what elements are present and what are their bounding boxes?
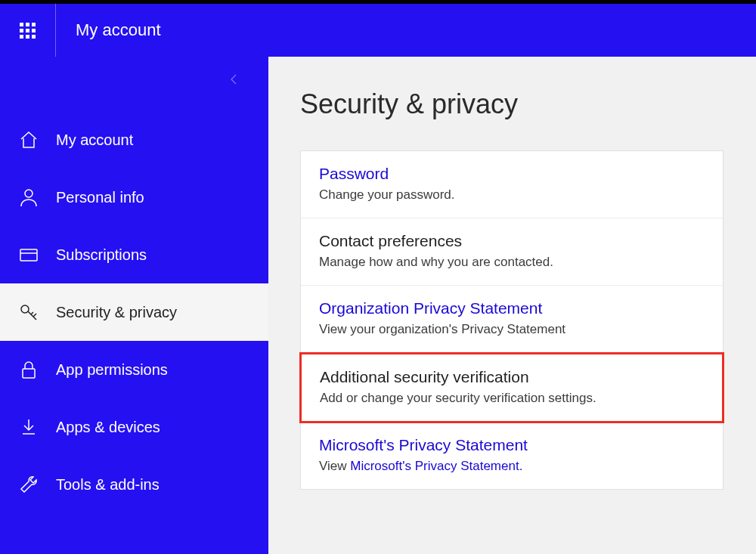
download-icon <box>18 416 56 438</box>
person-icon <box>18 187 56 208</box>
settings-item-title[interactable]: Organization Privacy Statement <box>319 299 705 317</box>
sidebar-item-label: Tools & add-ins <box>56 476 160 494</box>
sidebar-item-tools-addins[interactable]: Tools & add-ins <box>0 456 268 513</box>
settings-item-title: Contact preferences <box>319 232 705 250</box>
sidebar-item-label: App permissions <box>56 361 168 379</box>
chevron-left-icon <box>229 73 238 85</box>
settings-item-ms-privacy[interactable]: Microsoft's Privacy Statement View Micro… <box>301 422 723 489</box>
settings-item-desc: Add or change your security verification… <box>320 391 704 406</box>
sidebar-item-personal-info[interactable]: Personal info <box>0 169 268 226</box>
sidebar-item-label: Subscriptions <box>56 246 147 264</box>
settings-item-additional-security[interactable]: Additional security verification Add or … <box>299 352 724 423</box>
header-title: My account <box>76 20 161 40</box>
sidebar-item-apps-devices[interactable]: Apps & devices <box>0 398 268 456</box>
settings-list: Password Change your password. Contact p… <box>300 150 723 490</box>
sidebar-item-my-account[interactable]: My account <box>0 111 268 169</box>
collapse-sidebar-button[interactable] <box>229 73 238 88</box>
settings-item-desc: Change your password. <box>319 187 705 203</box>
settings-item-title[interactable]: Microsoft's Privacy Statement <box>319 436 705 454</box>
sidebar: My account Personal info Subscriptions <box>0 57 268 554</box>
home-icon <box>18 129 56 150</box>
app-header: My account <box>0 4 756 57</box>
sidebar-item-label: Apps & devices <box>56 419 160 436</box>
app-launcher-button[interactable] <box>0 4 56 57</box>
settings-item-title: Additional security verification <box>320 368 704 386</box>
sidebar-item-label: Personal info <box>56 189 144 206</box>
lock-icon <box>18 359 56 380</box>
settings-item-desc-link[interactable]: Microsoft's Privacy Statement. <box>350 459 522 473</box>
settings-item-contact-preferences[interactable]: Contact preferences Manage how and why y… <box>301 218 723 286</box>
sidebar-item-security-privacy[interactable]: Security & privacy <box>0 283 268 341</box>
settings-item-desc-text: Manage how and why you are contacted. <box>319 255 553 269</box>
settings-item-desc-text: Change your password. <box>319 187 455 202</box>
sidebar-item-subscriptions[interactable]: Subscriptions <box>0 226 268 283</box>
svg-rect-1 <box>20 249 37 261</box>
sidebar-item-app-permissions[interactable]: App permissions <box>0 341 268 398</box>
wrench-icon <box>18 474 56 495</box>
settings-item-title[interactable]: Password <box>319 165 705 183</box>
card-icon <box>18 244 56 265</box>
settings-item-desc-text: Add or change your security verification… <box>320 391 596 405</box>
sidebar-item-label: My account <box>56 132 133 149</box>
settings-item-desc-text: View <box>319 459 350 473</box>
key-icon <box>18 301 56 323</box>
main-content: Security & privacy Password Change your … <box>268 57 756 554</box>
svg-point-0 <box>25 190 33 197</box>
waffle-icon <box>20 23 36 39</box>
sidebar-item-label: Security & privacy <box>56 304 177 321</box>
page-title: Security & privacy <box>300 88 742 120</box>
svg-rect-4 <box>23 369 35 378</box>
settings-item-desc: Manage how and why you are contacted. <box>319 255 705 270</box>
settings-item-desc: View Microsoft's Privacy Statement. <box>319 459 705 474</box>
settings-item-password[interactable]: Password Change your password. <box>301 151 723 218</box>
settings-item-desc-text: View your organization's Privacy Stateme… <box>319 322 565 336</box>
settings-item-desc: View your organization's Privacy Stateme… <box>319 322 705 337</box>
settings-item-org-privacy[interactable]: Organization Privacy Statement View your… <box>301 286 723 353</box>
